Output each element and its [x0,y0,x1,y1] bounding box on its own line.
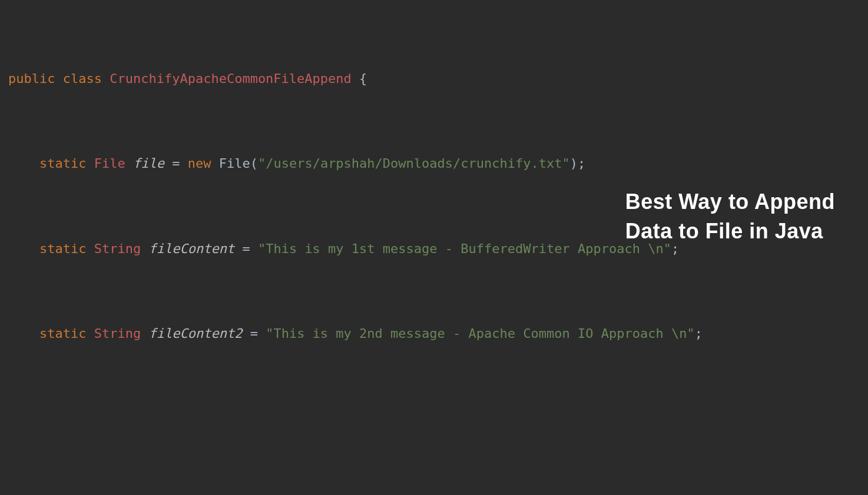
code-editor[interactable]: public class CrunchifyApacheCommonFileAp… [0,0,868,495]
code-line: public static void main(String[] args) { [8,493,868,495]
keyword-static: static [39,241,86,256]
semicolon: ; [695,326,703,341]
equals: = [242,241,250,256]
overlay-title: Best Way to Append Data to File in Java [625,187,835,247]
class-name: CrunchifyApacheCommonFileAppend [110,71,352,86]
field-filecontent: fileContent [148,241,234,256]
string-literal: "/users/arpshah/Downloads/crunchify.txt" [258,156,570,171]
string-literal: "This is my 2nd message - Apache Common … [266,326,694,341]
code-line: public class CrunchifyApacheCommonFileAp… [8,68,868,89]
type-file: File [94,156,125,171]
keyword-static: static [39,326,86,341]
equals: = [172,156,180,171]
constructor: File [219,156,250,171]
keyword-new: new [188,156,211,171]
code-line: static File file = new File("/users/arps… [8,153,868,174]
overlay-line2: Data to File in Java [625,217,835,246]
code-line: static String fileContent2 = "This is my… [8,323,868,344]
keyword-public: public [8,71,55,86]
keyword-class: class [63,71,102,86]
type-string: String [94,241,141,256]
paren-close: ); [570,156,586,171]
equals: = [250,326,258,341]
overlay-line1: Best Way to Append [625,187,835,217]
keyword-static: static [39,156,86,171]
brace-open: { [359,71,367,86]
type-string: String [94,326,141,341]
blank-line [8,408,868,429]
paren-open: ( [250,156,258,171]
string-literal: "This is my 1st message - BufferedWriter… [258,241,671,256]
field-filecontent2: fileContent2 [148,326,242,341]
field-file: file [133,156,164,171]
